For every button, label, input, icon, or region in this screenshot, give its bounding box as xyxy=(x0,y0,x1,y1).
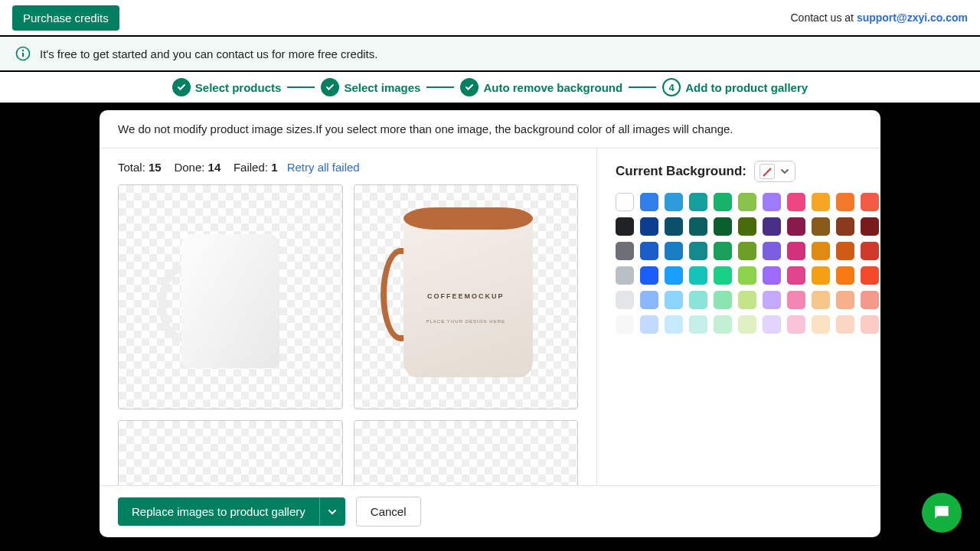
image-cell[interactable] xyxy=(354,420,579,486)
color-swatch[interactable] xyxy=(616,266,634,285)
color-swatch[interactable] xyxy=(763,315,781,334)
color-swatch[interactable] xyxy=(763,242,781,260)
color-swatch[interactable] xyxy=(812,242,830,260)
color-swatch[interactable] xyxy=(738,242,756,260)
step-1: Select products xyxy=(172,78,282,96)
color-swatch[interactable] xyxy=(787,217,805,236)
color-swatch[interactable] xyxy=(812,217,830,236)
color-swatch[interactable] xyxy=(836,242,854,260)
chat-icon xyxy=(932,503,952,523)
color-palette xyxy=(616,193,862,334)
color-swatch[interactable] xyxy=(665,193,683,211)
check-icon xyxy=(172,78,191,96)
color-swatch[interactable] xyxy=(640,291,658,309)
purchase-credits-button[interactable]: Purchase credits xyxy=(12,5,119,31)
color-swatch[interactable] xyxy=(665,266,683,285)
color-swatch[interactable] xyxy=(616,291,634,309)
color-swatch[interactable] xyxy=(861,266,879,285)
color-swatch[interactable] xyxy=(640,315,658,334)
color-swatch[interactable] xyxy=(787,315,805,334)
color-swatch[interactable] xyxy=(689,266,707,285)
support-email-link[interactable]: support@zxyi.co.com xyxy=(857,11,968,24)
color-swatch[interactable] xyxy=(616,193,634,211)
color-swatch[interactable] xyxy=(616,242,634,260)
image-cell[interactable] xyxy=(118,420,343,486)
color-swatch[interactable] xyxy=(665,291,683,309)
color-swatch[interactable] xyxy=(763,291,781,309)
color-swatch[interactable] xyxy=(738,291,756,309)
color-swatch[interactable] xyxy=(836,193,854,211)
color-swatch[interactable] xyxy=(763,193,781,211)
chevron-down-icon xyxy=(779,166,790,177)
color-swatch[interactable] xyxy=(836,315,854,334)
card-notice: We do not modify product image sizes.If … xyxy=(100,110,880,148)
retry-all-failed-link[interactable]: Retry all failed xyxy=(287,161,360,174)
color-swatch[interactable] xyxy=(861,193,879,211)
color-swatch[interactable] xyxy=(787,242,805,260)
cancel-button[interactable]: Cancel xyxy=(356,497,421,527)
color-swatch[interactable] xyxy=(714,217,732,236)
color-swatch[interactable] xyxy=(738,266,756,285)
color-swatch[interactable] xyxy=(640,266,658,285)
image-grid: COFFEEMOCKUP PLACE YOUR DESIGN HERE xyxy=(118,184,578,485)
color-swatch[interactable] xyxy=(714,242,732,260)
color-swatch[interactable] xyxy=(616,315,634,334)
color-swatch[interactable] xyxy=(738,315,756,334)
current-bg-label: Current Background: xyxy=(616,164,746,179)
step-2: Select images xyxy=(321,78,420,96)
background-pane: Current Background: xyxy=(597,148,880,485)
image-cell[interactable] xyxy=(118,184,343,409)
stepper: Select products Select images Auto remov… xyxy=(0,72,980,104)
card-footer: Replace images to product gallery Cancel xyxy=(100,485,880,537)
svg-rect-2 xyxy=(22,53,24,57)
check-icon xyxy=(460,78,479,96)
color-swatch[interactable] xyxy=(689,291,707,309)
step-number-icon: 4 xyxy=(662,78,681,96)
color-swatch[interactable] xyxy=(640,217,658,236)
svg-point-1 xyxy=(22,50,24,51)
color-swatch[interactable] xyxy=(812,193,830,211)
top-bar: Purchase credits Contact us at support@z… xyxy=(0,0,980,37)
color-swatch[interactable] xyxy=(787,193,805,211)
contact-text: Contact us at support@zxyi.co.com xyxy=(790,11,968,24)
color-swatch[interactable] xyxy=(665,217,683,236)
info-banner-text: It's free to get started and you can con… xyxy=(40,47,377,60)
chat-fab[interactable] xyxy=(922,493,962,533)
replace-images-dropdown[interactable] xyxy=(319,497,345,526)
color-swatch[interactable] xyxy=(714,193,732,211)
color-swatch[interactable] xyxy=(836,266,854,285)
color-swatch[interactable] xyxy=(861,315,879,334)
step-4: 4 Add to product gallery xyxy=(662,78,808,96)
color-swatch[interactable] xyxy=(689,217,707,236)
color-swatch[interactable] xyxy=(665,315,683,334)
color-swatch[interactable] xyxy=(812,315,830,334)
color-swatch[interactable] xyxy=(787,266,805,285)
color-swatch[interactable] xyxy=(812,266,830,285)
image-cell[interactable]: COFFEEMOCKUP PLACE YOUR DESIGN HERE xyxy=(354,184,579,409)
color-swatch[interactable] xyxy=(714,266,732,285)
color-swatch[interactable] xyxy=(763,266,781,285)
color-swatch[interactable] xyxy=(861,291,879,309)
color-swatch[interactable] xyxy=(689,242,707,260)
main-card: We do not modify product image sizes.If … xyxy=(100,110,880,537)
replace-images-button[interactable]: Replace images to product gallery xyxy=(118,497,319,526)
color-swatch[interactable] xyxy=(861,242,879,260)
color-swatch[interactable] xyxy=(640,242,658,260)
color-swatch[interactable] xyxy=(714,315,732,334)
color-swatch[interactable] xyxy=(738,193,756,211)
color-swatch[interactable] xyxy=(665,242,683,260)
color-swatch[interactable] xyxy=(616,217,634,236)
color-swatch[interactable] xyxy=(763,217,781,236)
color-swatch[interactable] xyxy=(714,291,732,309)
color-swatch[interactable] xyxy=(689,193,707,211)
background-select[interactable] xyxy=(754,161,795,182)
color-swatch[interactable] xyxy=(640,193,658,211)
step-3: Auto remove background xyxy=(460,78,622,96)
color-swatch[interactable] xyxy=(787,291,805,309)
color-swatch[interactable] xyxy=(836,291,854,309)
color-swatch[interactable] xyxy=(861,217,879,236)
color-swatch[interactable] xyxy=(836,217,854,236)
color-swatch[interactable] xyxy=(689,315,707,334)
color-swatch[interactable] xyxy=(812,291,830,309)
color-swatch[interactable] xyxy=(738,217,756,236)
